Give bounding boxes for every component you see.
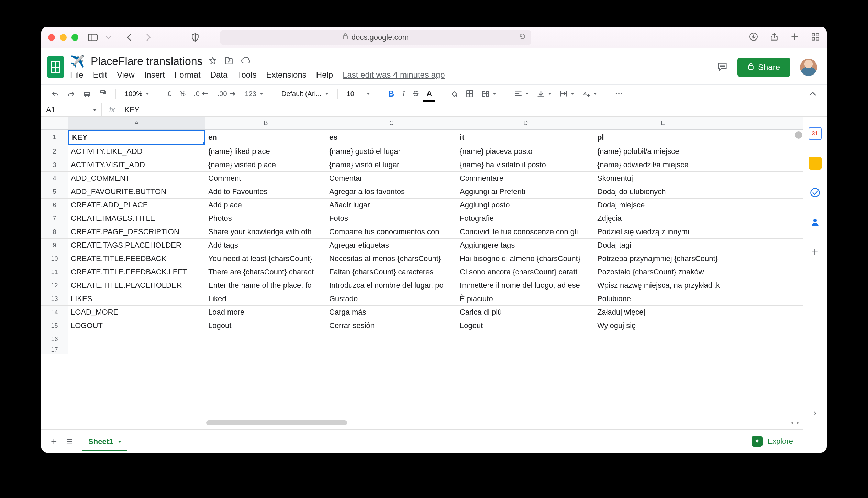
- cell[interactable]: Polubione: [594, 292, 732, 305]
- table-row[interactable]: 4ADD_COMMENTCommentComentarCommentareSko…: [41, 172, 803, 185]
- cell[interactable]: Fotografie: [457, 212, 594, 225]
- cell[interactable]: [732, 252, 751, 265]
- font-select[interactable]: Default (Ari...: [279, 88, 331, 100]
- cell[interactable]: Comment: [205, 172, 326, 185]
- minimize-window-button[interactable]: [60, 34, 67, 41]
- cell[interactable]: [732, 185, 751, 198]
- cell[interactable]: Faltan {charsCount} caracteres: [326, 265, 457, 279]
- cell[interactable]: {name} polubił/a miejsce: [594, 145, 732, 158]
- menu-data[interactable]: Data: [210, 70, 228, 80]
- cell[interactable]: [457, 346, 594, 354]
- cell[interactable]: ACTIVITY.VISIT_ADD: [68, 158, 205, 171]
- row-header[interactable]: 2: [41, 145, 68, 158]
- get-addons-button[interactable]: +: [809, 245, 822, 258]
- cell[interactable]: Aggiungere tags: [457, 239, 594, 252]
- keep-addon-icon[interactable]: [809, 157, 822, 170]
- cell[interactable]: CREATE.TAGS.PLACEHOLDER: [68, 239, 205, 252]
- cell[interactable]: LIKES: [68, 292, 205, 305]
- table-row[interactable]: 5ADD_FAVOURITE.BUTTONAdd to FavouritesAg…: [41, 185, 803, 199]
- menu-help[interactable]: Help: [316, 70, 333, 80]
- select-all-corner[interactable]: [41, 117, 68, 129]
- cell[interactable]: [594, 332, 732, 346]
- text-rotation-button[interactable]: A: [580, 88, 600, 100]
- tasks-addon-icon[interactable]: [809, 186, 822, 199]
- reload-button[interactable]: [519, 33, 526, 42]
- cell[interactable]: You need at least {charsCount}: [205, 252, 326, 265]
- text-wrap-button[interactable]: [557, 88, 577, 100]
- zoom-select[interactable]: 100%: [122, 88, 152, 100]
- move-button[interactable]: [224, 56, 233, 66]
- all-sheets-button[interactable]: ≡: [67, 435, 73, 447]
- fullscreen-window-button[interactable]: [71, 34, 78, 41]
- contacts-addon-icon[interactable]: [809, 216, 822, 229]
- column-header-C[interactable]: C: [326, 117, 457, 129]
- cell[interactable]: Añadir lugar: [326, 199, 457, 212]
- cell[interactable]: Agregar etiquetas: [326, 239, 457, 252]
- cell[interactable]: Załaduj więcej: [594, 306, 732, 319]
- row-header[interactable]: 10: [41, 252, 68, 265]
- cell[interactable]: [732, 199, 751, 212]
- column-header-D[interactable]: D: [457, 117, 594, 129]
- row-header[interactable]: 17: [41, 346, 68, 354]
- cell[interactable]: Liked: [205, 292, 326, 305]
- row-header[interactable]: 6: [41, 199, 68, 212]
- back-button[interactable]: [124, 33, 134, 42]
- cell[interactable]: Logout: [457, 319, 594, 332]
- sheet-tab-sheet1[interactable]: Sheet1: [82, 433, 127, 450]
- comments-button[interactable]: [717, 61, 728, 73]
- tab-overview-button[interactable]: [811, 32, 820, 43]
- cell[interactable]: Podziel się wiedzą z innymi: [594, 225, 732, 238]
- star-button[interactable]: [209, 56, 217, 66]
- explore-button[interactable]: ✦ Explore: [752, 436, 793, 447]
- column-header-E[interactable]: E: [594, 117, 732, 129]
- cell[interactable]: Comentar: [326, 172, 457, 185]
- share-button[interactable]: Share: [737, 58, 790, 77]
- decrease-decimal-button[interactable]: .0: [191, 88, 212, 100]
- cloud-status-icon[interactable]: [241, 57, 251, 65]
- redo-button[interactable]: [65, 88, 78, 100]
- cell[interactable]: Pozostało {charsCount} znaków: [594, 265, 732, 279]
- borders-button[interactable]: [463, 88, 476, 100]
- cell[interactable]: Photos: [205, 212, 326, 225]
- cell[interactable]: Gustado: [326, 292, 457, 305]
- table-row[interactable]: 3ACTIVITY.VISIT_ADD{name} visited place{…: [41, 158, 803, 172]
- share-button-safari[interactable]: [770, 32, 779, 43]
- close-window-button[interactable]: [48, 34, 55, 41]
- cell[interactable]: Immettere il nome del luogo, ad ese: [457, 279, 594, 292]
- horizontal-align-button[interactable]: [512, 88, 532, 100]
- table-row[interactable]: 11CREATE.TITLE.FEEDBACK.LEFTThere are {c…: [41, 265, 803, 279]
- cell[interactable]: Zdjęcia: [594, 212, 732, 225]
- menu-tools[interactable]: Tools: [237, 70, 256, 80]
- row-header[interactable]: 13: [41, 292, 68, 305]
- table-row[interactable]: 1KEYenesitpl: [41, 130, 803, 145]
- cell[interactable]: Dodaj tagi: [594, 239, 732, 252]
- downloads-button[interactable]: [749, 32, 758, 43]
- row-header[interactable]: 4: [41, 172, 68, 185]
- cell[interactable]: CREATE.TITLE.PLACEHOLDER: [68, 279, 205, 292]
- cell[interactable]: Comparte tus conocimientos con: [326, 225, 457, 238]
- collapse-toolbar-button[interactable]: [806, 88, 819, 100]
- table-row[interactable]: 16: [41, 332, 803, 346]
- cell[interactable]: ADD_COMMENT: [68, 172, 205, 185]
- cell[interactable]: Dodaj do ulubionych: [594, 185, 732, 198]
- cell[interactable]: {name} liked place: [205, 145, 326, 158]
- row-header[interactable]: 8: [41, 225, 68, 238]
- row-header[interactable]: 1: [41, 130, 68, 145]
- cell[interactable]: Introduzca el nombre del lugar, po: [326, 279, 457, 292]
- cell[interactable]: Fotos: [326, 212, 457, 225]
- cell[interactable]: Cerrar sesión: [326, 319, 457, 332]
- cell[interactable]: LOAD_MORE: [68, 306, 205, 319]
- cell[interactable]: LOGOUT: [68, 319, 205, 332]
- row-header[interactable]: 3: [41, 158, 68, 171]
- cell[interactable]: Add to Favourites: [205, 185, 326, 198]
- cell[interactable]: Hai bisogno di almeno {charsCount}: [457, 252, 594, 265]
- cell[interactable]: Carga más: [326, 306, 457, 319]
- horizontal-scrollbar[interactable]: [206, 420, 347, 425]
- undo-button[interactable]: [49, 88, 62, 100]
- cell[interactable]: Load more: [205, 306, 326, 319]
- cell[interactable]: {name} gustó el lugar: [326, 145, 457, 158]
- table-row[interactable]: 8CREATE.PAGE_DESCRIPTIONShare your knowl…: [41, 225, 803, 239]
- format-percent-button[interactable]: %: [177, 88, 188, 100]
- privacy-shield-icon[interactable]: [190, 33, 200, 42]
- cell[interactable]: {name} odwiedził/a miejsce: [594, 158, 732, 171]
